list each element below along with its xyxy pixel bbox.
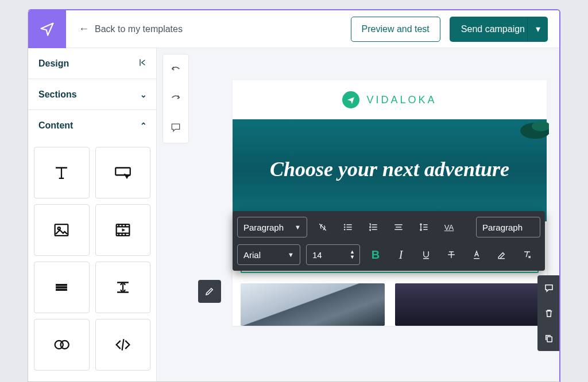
island-decoration bbox=[503, 118, 549, 153]
caret-down-icon: ▾ bbox=[536, 24, 540, 34]
email-brand-row: VIDALOKA bbox=[233, 80, 547, 119]
video-icon bbox=[113, 220, 133, 240]
block-actions bbox=[537, 275, 559, 351]
block-comment-button[interactable] bbox=[537, 275, 559, 301]
image-icon bbox=[52, 220, 71, 240]
trash-icon bbox=[544, 308, 554, 318]
pencil-icon bbox=[204, 286, 215, 297]
bold-button[interactable]: B bbox=[366, 245, 385, 264]
chevron-down-icon: ⌄ bbox=[140, 90, 147, 99]
italic-button[interactable]: I bbox=[391, 245, 411, 264]
caret-down-icon: ▼ bbox=[288, 251, 294, 258]
svg-point-10 bbox=[344, 229, 346, 231]
copy-icon bbox=[544, 333, 554, 344]
history-toolbar bbox=[163, 54, 189, 143]
tile-social[interactable] bbox=[34, 319, 90, 371]
highlight-button[interactable] bbox=[492, 245, 512, 264]
email-preview: VIDALOKA Choose your next adventure Sele… bbox=[233, 80, 547, 326]
underline-icon bbox=[420, 249, 432, 260]
tile-image[interactable] bbox=[34, 204, 90, 256]
back-to-templates-link[interactable]: ← Back to my templates bbox=[79, 23, 183, 35]
font-size-input[interactable]: 14 ▲▼ bbox=[306, 244, 360, 265]
line-height-icon bbox=[418, 221, 430, 233]
unlink-button[interactable] bbox=[313, 217, 332, 237]
stepper-arrows-icon: ▲▼ bbox=[350, 250, 355, 260]
list-bullet-icon bbox=[342, 221, 354, 233]
panel-sections[interactable]: Sections ⌄ bbox=[28, 79, 156, 110]
block-duplicate-button[interactable] bbox=[537, 326, 559, 351]
svg-point-9 bbox=[344, 227, 346, 228]
tile-text[interactable] bbox=[34, 147, 90, 198]
strikethrough-button[interactable] bbox=[442, 245, 461, 264]
block-delete-button[interactable] bbox=[537, 301, 559, 326]
tile-spacer[interactable] bbox=[95, 262, 151, 313]
gallery-image-mountains[interactable] bbox=[241, 283, 385, 326]
back-label: Back to my templates bbox=[95, 24, 183, 34]
numbered-list-button[interactable] bbox=[363, 217, 383, 237]
brand-name: VIDALOKA bbox=[366, 94, 436, 106]
highlight-icon bbox=[496, 249, 508, 260]
undo-button[interactable] bbox=[168, 59, 184, 81]
sidebar: Design Sections ⌄ Content ⌃ bbox=[28, 48, 157, 381]
caret-down-icon: ▼ bbox=[295, 224, 301, 231]
svg-rect-0 bbox=[115, 168, 130, 176]
content-tiles-grid bbox=[28, 141, 156, 371]
social-icon bbox=[52, 335, 71, 354]
send-campaign-dropdown-button[interactable]: ▾ bbox=[527, 17, 548, 42]
canvas-area: VIDALOKA Choose your next adventure Sele… bbox=[189, 48, 559, 381]
brand-badge bbox=[342, 91, 359, 108]
align-icon bbox=[393, 221, 404, 233]
send-campaign-button[interactable]: Send campaign bbox=[450, 17, 536, 42]
block-type-select-right[interactable]: Paragraph bbox=[476, 217, 540, 237]
panel-content[interactable]: Content ⌃ bbox=[28, 110, 156, 141]
tile-button[interactable] bbox=[95, 147, 151, 198]
preview-and-test-button[interactable]: Preview and test bbox=[351, 17, 440, 42]
tile-video[interactable] bbox=[95, 204, 151, 256]
align-button[interactable] bbox=[389, 217, 408, 237]
block-type-select[interactable]: Paragraph ▼ bbox=[237, 217, 307, 237]
email-hero[interactable]: Choose your next adventure bbox=[233, 119, 547, 221]
svg-rect-1 bbox=[55, 224, 68, 236]
send-campaign-group: Send campaign ▾ bbox=[450, 17, 548, 42]
hero-title: Choose your next adventure bbox=[270, 157, 509, 182]
paper-plane-icon bbox=[39, 21, 55, 37]
arrow-left-icon: ← bbox=[79, 23, 89, 35]
panel-design[interactable]: Design bbox=[28, 48, 156, 79]
workspace: Design Sections ⌄ Content ⌃ bbox=[28, 48, 559, 381]
clear-format-icon bbox=[521, 249, 533, 260]
font-family-select[interactable]: Arial ▼ bbox=[237, 244, 300, 265]
svg-point-8 bbox=[344, 224, 346, 226]
chevron-up-icon: ⌃ bbox=[140, 121, 147, 130]
letter-spacing-button[interactable]: VA bbox=[439, 217, 459, 237]
redo-button[interactable] bbox=[168, 88, 184, 110]
collapse-left-icon bbox=[138, 58, 147, 69]
undo-icon bbox=[169, 64, 182, 76]
code-icon bbox=[113, 335, 133, 354]
tile-divider[interactable] bbox=[34, 262, 90, 313]
spacer-icon bbox=[113, 278, 133, 297]
button-icon bbox=[113, 163, 133, 182]
bulleted-list-button[interactable] bbox=[338, 217, 358, 237]
unlink-icon bbox=[317, 221, 328, 233]
chat-icon bbox=[170, 122, 181, 133]
tile-html[interactable] bbox=[95, 319, 151, 371]
plane-icon bbox=[346, 95, 355, 104]
svg-point-5 bbox=[61, 341, 69, 349]
gallery-image-city[interactable] bbox=[395, 283, 539, 326]
clear-format-button[interactable] bbox=[517, 245, 537, 264]
chat-icon bbox=[544, 283, 554, 293]
edit-block-button[interactable] bbox=[198, 280, 221, 303]
comments-button[interactable] bbox=[168, 116, 184, 138]
text-toolbar: Paragraph ▼ bbox=[233, 211, 545, 271]
text-color-icon bbox=[471, 249, 482, 260]
svg-rect-11 bbox=[547, 337, 552, 342]
divider-icon bbox=[52, 278, 71, 297]
redo-icon bbox=[169, 92, 182, 105]
topbar: ← Back to my templates Preview and test … bbox=[28, 10, 559, 48]
app-logo bbox=[28, 10, 66, 48]
line-height-button[interactable] bbox=[414, 217, 434, 237]
text-color-button[interactable] bbox=[467, 245, 486, 264]
strikethrough-icon bbox=[446, 249, 457, 260]
underline-button[interactable] bbox=[416, 245, 436, 264]
text-icon bbox=[52, 163, 71, 182]
